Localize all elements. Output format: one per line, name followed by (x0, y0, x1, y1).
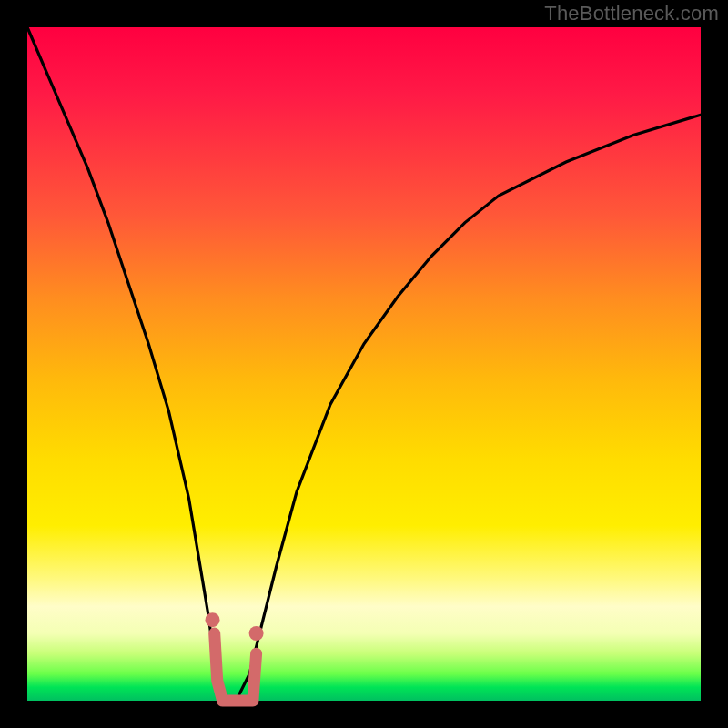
accent-start-dot (206, 612, 220, 627)
accent-path (215, 633, 257, 701)
chart-overlay (27, 27, 701, 701)
chart-container: TheBottleneck.com (0, 0, 728, 728)
watermark-text: TheBottleneck.com (544, 2, 719, 25)
plot-frame (27, 27, 701, 701)
accent-end-dot (249, 626, 264, 641)
bottleneck-curve (27, 27, 701, 701)
